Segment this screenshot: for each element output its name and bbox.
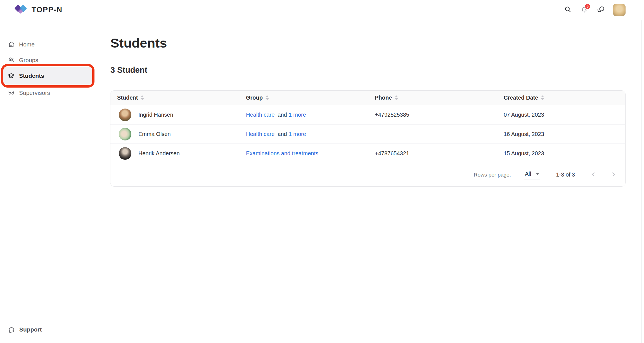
sidebar-item-students[interactable]: Students xyxy=(3,67,92,84)
previous-page-button[interactable] xyxy=(587,169,600,181)
headset-icon xyxy=(8,326,15,333)
sort-icon xyxy=(141,95,144,100)
created-date-cell: 15 August, 2023 xyxy=(497,150,625,157)
group-more-link[interactable]: 1 more xyxy=(289,112,306,118)
group-link[interactable]: Health care xyxy=(246,131,274,137)
column-label: Created Date xyxy=(504,95,538,101)
group-link[interactable]: Health care xyxy=(246,112,274,118)
sidebar-item-label: Students xyxy=(19,72,44,79)
student-avatar xyxy=(119,147,131,160)
app-logo[interactable]: TOPP-N xyxy=(14,4,63,17)
student-cell: Ingrid Hansen xyxy=(110,109,239,121)
student-avatar xyxy=(119,128,131,140)
group-link[interactable]: Examinations and treatments xyxy=(246,150,318,157)
student-cell: Emma Olsen xyxy=(110,128,239,140)
column-header-phone[interactable]: Phone xyxy=(368,95,497,101)
notifications-button[interactable]: 5 xyxy=(580,6,588,14)
rows-per-page-select[interactable]: All xyxy=(524,170,540,180)
group-cell: Examinations and treatments xyxy=(239,150,368,157)
table-pagination: Rows per page: All 1-3 of 3 xyxy=(110,163,625,186)
sidebar: Home Groups Students Supervisors xyxy=(0,20,94,343)
group-and-text: and xyxy=(278,131,287,137)
search-icon xyxy=(564,6,572,14)
phone-cell: +4792525385 xyxy=(368,112,497,118)
table-row[interactable]: Ingrid Hansen Health care and 1 more +47… xyxy=(110,105,625,124)
notification-badge: 5 xyxy=(584,3,591,10)
sort-icon xyxy=(541,95,544,100)
groups-icon xyxy=(8,57,15,64)
column-label: Group xyxy=(246,95,263,101)
sort-icon xyxy=(266,95,269,100)
support-label: Support xyxy=(19,326,42,333)
table-header-row: Student Group Phone Created Date xyxy=(110,91,625,105)
students-table-card: Student Group Phone Created Date Ingrid … xyxy=(110,90,626,187)
sidebar-item-groups[interactable]: Groups xyxy=(0,52,94,68)
sort-icon xyxy=(395,95,398,100)
pagination-range-label: 1-3 of 3 xyxy=(556,172,575,178)
glasses-icon xyxy=(8,89,15,97)
user-avatar[interactable] xyxy=(613,4,626,16)
student-name: Emma Olsen xyxy=(138,131,171,137)
created-date-cell: 16 August, 2023 xyxy=(497,131,625,137)
column-header-student[interactable]: Student xyxy=(110,95,239,101)
rows-per-page-value: All xyxy=(525,171,531,177)
topbar-actions: 5 xyxy=(564,4,644,16)
group-more-link[interactable]: 1 more xyxy=(289,131,306,137)
chevron-left-icon xyxy=(590,171,597,179)
chat-bubbles-icon xyxy=(597,5,605,15)
sidebar-item-label: Groups xyxy=(19,57,38,64)
sidebar-item-label: Home xyxy=(19,41,35,48)
column-header-group[interactable]: Group xyxy=(239,95,368,101)
student-avatar xyxy=(119,109,131,121)
messages-button[interactable] xyxy=(596,6,605,14)
created-date-cell: 07 August, 2023 xyxy=(497,112,625,118)
column-header-created-date[interactable]: Created Date xyxy=(497,95,625,101)
table-row[interactable]: Emma Olsen Health care and 1 more 16 Aug… xyxy=(110,124,625,144)
column-label: Phone xyxy=(375,95,392,101)
table-row[interactable]: Henrik Andersen Examinations and treatme… xyxy=(110,144,625,163)
group-cell: Health care and 1 more xyxy=(239,131,368,137)
student-name: Henrik Andersen xyxy=(138,150,180,157)
student-count-label: 3 Student xyxy=(110,65,147,75)
support-button[interactable]: Support xyxy=(8,326,42,333)
next-page-button[interactable] xyxy=(607,169,620,181)
sidebar-item-label: Supervisors xyxy=(19,90,50,96)
chevron-down-icon xyxy=(536,173,539,175)
student-cell: Henrik Andersen xyxy=(110,147,239,160)
group-cell: Health care and 1 more xyxy=(239,112,368,118)
home-icon xyxy=(8,41,15,48)
sidebar-item-home[interactable]: Home xyxy=(0,36,94,52)
sidebar-item-supervisors[interactable]: Supervisors xyxy=(0,85,94,101)
chevron-right-icon xyxy=(610,171,617,179)
main-content: Students 3 Student Student Group Phone C… xyxy=(94,20,644,343)
logo-diamonds-icon xyxy=(14,4,28,17)
rows-per-page-label: Rows per page: xyxy=(474,172,511,178)
window-right-edge xyxy=(641,0,642,343)
page-title: Students xyxy=(110,35,167,51)
group-and-text: and xyxy=(278,112,287,118)
graduation-cap-icon xyxy=(8,72,15,79)
column-label: Student xyxy=(117,95,138,101)
topbar: TOPP-N 5 xyxy=(0,0,644,20)
phone-cell: +4787654321 xyxy=(368,150,497,157)
search-button[interactable] xyxy=(564,6,572,14)
app-title: TOPP-N xyxy=(32,6,63,14)
student-name: Ingrid Hansen xyxy=(138,112,173,118)
